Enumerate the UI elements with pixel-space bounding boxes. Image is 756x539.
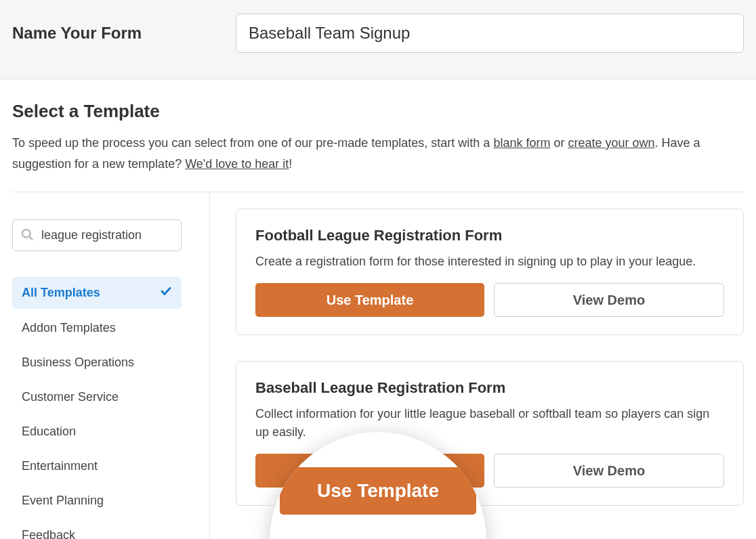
- view-demo-button[interactable]: View Demo: [494, 454, 724, 488]
- category-label: Event Planning: [22, 494, 104, 508]
- template-search-wrap: [12, 219, 193, 251]
- template-actions: Use TemplateView Demo: [255, 283, 724, 317]
- category-item[interactable]: Education: [12, 416, 182, 447]
- template-search-input[interactable]: [12, 219, 182, 251]
- category-item[interactable]: All Templates: [12, 277, 182, 309]
- category-item[interactable]: Addon Templates: [12, 313, 182, 343]
- template-title: Baseball League Registration Form: [255, 379, 724, 397]
- template-description: Create a registration form for those int…: [255, 253, 724, 271]
- form-name-input[interactable]: [236, 14, 744, 53]
- category-item[interactable]: Entertainment: [12, 451, 182, 481]
- template-card: Football League Registration FormCreate …: [236, 209, 744, 335]
- category-label: All Templates: [22, 286, 100, 300]
- intro-text: To speed up the process you can select f…: [12, 136, 493, 150]
- category-label: Entertainment: [22, 459, 98, 473]
- category-label: Customer Service: [22, 390, 119, 404]
- template-title: Football League Registration Form: [255, 227, 724, 244]
- select-template-description: To speed up the process you can select f…: [12, 133, 744, 174]
- category-label: Education: [22, 425, 76, 439]
- category-label: Addon Templates: [22, 321, 116, 335]
- category-label: Business Operations: [22, 355, 134, 370]
- search-icon: [20, 228, 34, 244]
- category-item[interactable]: Feedback: [12, 520, 182, 539]
- create-your-own-link[interactable]: create your own: [568, 136, 654, 150]
- template-description: Collect information for your little leag…: [255, 405, 724, 441]
- view-demo-button[interactable]: View Demo: [494, 283, 724, 317]
- select-template-title: Select a Template: [12, 101, 744, 122]
- category-label: Feedback: [22, 528, 75, 539]
- check-icon: [160, 285, 172, 301]
- intro-text: !: [289, 157, 292, 171]
- template-sidebar: All TemplatesAddon TemplatesBusiness Ope…: [12, 192, 210, 539]
- name-form-label: Name Your Form: [12, 24, 236, 43]
- intro-text: or: [550, 136, 568, 150]
- suggestion-link[interactable]: We'd love to hear it: [185, 157, 289, 171]
- category-list: All TemplatesAddon TemplatesBusiness Ope…: [12, 277, 193, 539]
- svg-line-1: [29, 236, 32, 239]
- category-item[interactable]: Event Planning: [12, 486, 182, 516]
- use-template-button[interactable]: Use Template: [255, 283, 484, 317]
- blank-form-link[interactable]: blank form: [493, 136, 550, 150]
- category-item[interactable]: Customer Service: [12, 382, 182, 412]
- name-form-header: Name Your Form: [0, 0, 756, 79]
- select-template-intro: Select a Template To speed up the proces…: [0, 79, 756, 192]
- category-item[interactable]: Business Operations: [12, 347, 182, 378]
- use-template-button-zoomed[interactable]: Use Template: [280, 467, 476, 515]
